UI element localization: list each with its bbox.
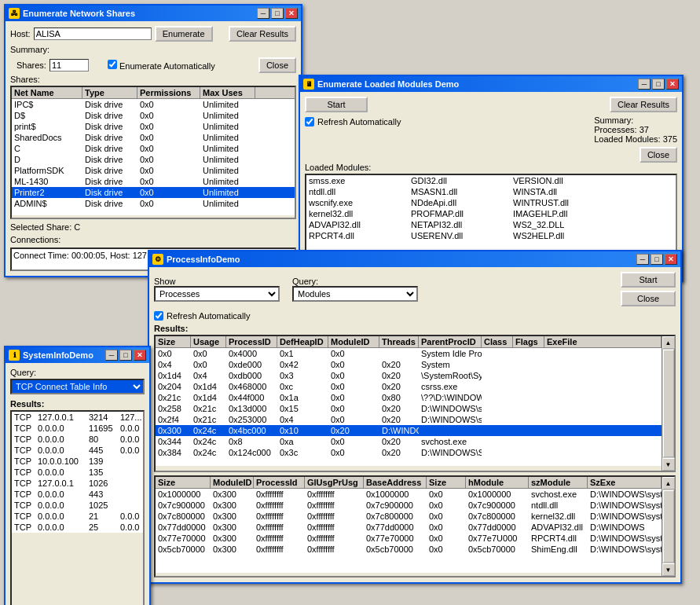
list-item[interactable]: 0x21c 0x1d4 0x44f000 0x1a 0x0 0x80 \??\D… <box>156 392 662 403</box>
list-item[interactable]: ADMIN$ Disk drive 0x0 Unlimited <box>12 198 295 209</box>
process-refresh-label: Refresh Automatically <box>167 311 250 321</box>
win-modules-maximize[interactable]: □ <box>652 79 665 90</box>
list-item[interactable]: smss.exe GDI32.dll VERSION.dll <box>306 175 676 186</box>
list-item[interactable]: ntdll.dll MSASN1.dll WINSTA.dll <box>306 186 676 197</box>
shares-table-body: IPC$ Disk drive 0x0 Unlimited D$ Disk dr… <box>12 99 295 215</box>
processes-label: Processes: <box>594 125 636 134</box>
win-process-minimize[interactable]: ─ <box>636 254 649 265</box>
list-item[interactable]: ML-1430 Disk drive 0x0 Unlimited <box>12 176 295 187</box>
win-enumerate-minimize[interactable]: ─ <box>257 8 269 19</box>
win-process-close[interactable]: ✕ <box>665 254 677 265</box>
scroll-down-btn[interactable]: ▼ <box>662 458 675 471</box>
list-item[interactable]: TCP 0.0.0.0 25 0.0.0 <box>12 522 143 533</box>
lower-scroll-down[interactable]: ▼ <box>662 563 675 576</box>
win-enumerate-maximize[interactable]: □ <box>271 8 284 19</box>
lower-scrollbar[interactable]: ▲ ▼ <box>662 477 674 576</box>
process-results-label: Results: <box>154 324 676 333</box>
list-item[interactable]: D$ Disk drive 0x0 Unlimited <box>12 110 295 121</box>
list-item[interactable]: D Disk drive 0x0 Unlimited <box>12 154 295 165</box>
win-modules-titlebar: 🖥 Enumerate Loaded Modules Demo ─ □ ✕ <box>300 76 682 92</box>
sysinfo-query-label: Query: <box>10 368 145 377</box>
enumerate-button[interactable]: Enumerate <box>155 26 213 42</box>
win-process-icon: ⚙ <box>152 254 163 265</box>
list-item[interactable]: TCP 0.0.0.0 135 <box>12 467 143 478</box>
enumerate-auto-checkbox[interactable] <box>108 60 117 69</box>
list-item[interactable]: 0x1000000 0x300 0xffffffff 0xffffffff 0x… <box>156 489 662 500</box>
col-type: Type <box>82 87 137 98</box>
list-item[interactable]: TCP 0.0.0.0 11695 0.0.0 <box>12 423 143 434</box>
list-item[interactable]: TCP 127.0.0.1 1026 <box>12 478 143 489</box>
win-sysinfo-minimize[interactable]: ─ <box>105 350 118 361</box>
processes-count: 37 <box>640 125 649 134</box>
col-netname: Net Name <box>12 87 82 98</box>
list-item[interactable]: PlatformSDK Disk drive 0x0 Unlimited <box>12 165 295 176</box>
list-item[interactable]: 0x204 0x1d4 0x468000 0xc 0x0 0x20 csrss.… <box>156 381 662 392</box>
list-item[interactable]: 0x77dd0000 0x300 0xffffffff 0xffffffff 0… <box>156 522 662 533</box>
list-item[interactable]: 0x2f4 0x21c 0x253000 0x4 0x0 0x20 D:\WIN… <box>156 414 662 425</box>
scroll-up-btn[interactable]: ▲ <box>662 336 675 349</box>
win-modules-minimize[interactable]: ─ <box>638 79 651 90</box>
win-process-maximize[interactable]: □ <box>651 254 663 265</box>
show-label: Show <box>154 277 280 286</box>
loaded-modules-header: Loaded Modules: <box>305 163 677 172</box>
win-enumerate-close[interactable]: ✕ <box>285 8 298 19</box>
list-item[interactable]: TCP 0.0.0.0 1025 <box>12 500 143 511</box>
list-item[interactable]: TCP 0.0.0.0 445 0.0.0 <box>12 445 143 456</box>
clear-results-button[interactable]: Clear Results <box>229 26 296 42</box>
list-item[interactable]: SharedDocs Disk drive 0x0 Unlimited <box>12 132 295 143</box>
list-item[interactable]: 0x1d4 0x4 0xdb000 0x3 0x0 0x20 \SystemRo… <box>156 370 662 381</box>
list-item[interactable]: TCP 0.0.0.0 443 <box>12 489 143 500</box>
query-select[interactable]: Modules <box>292 286 418 302</box>
win-sysinfo-maximize[interactable]: □ <box>119 350 132 361</box>
process-start-button[interactable]: Start <box>621 272 676 288</box>
win-sysinfo-titlebar: ℹ SystemInfoDemo ─ □ ✕ <box>5 347 149 363</box>
process-table-lower: Size ModuleID ProcessId GlUsgPrUsg BaseA… <box>154 475 676 578</box>
scroll-thumb[interactable] <box>663 350 674 457</box>
list-item[interactable]: 0x77e70000 0x300 0xffffffff 0xffffffff 0… <box>156 533 662 544</box>
list-item[interactable]: C Disk drive 0x0 Unlimited <box>12 143 295 154</box>
enumerate-close-button[interactable]: Close <box>258 57 296 73</box>
modules-start-button[interactable]: Start <box>305 97 368 112</box>
summary-label: Summary: <box>10 45 49 54</box>
process-refresh-checkbox[interactable] <box>154 311 163 321</box>
list-item[interactable]: TCP 10.0.0.100 139 <box>12 456 143 467</box>
list-item[interactable]: kernel32.dll PROFMAP.dll IMAGEHLP.dll <box>306 208 676 219</box>
list-item[interactable]: TCP 0.0.0.0 80 0.0.0 <box>12 434 143 445</box>
list-item[interactable]: print$ Disk drive 0x0 Unlimited <box>12 121 295 132</box>
lower-scroll-thumb[interactable] <box>663 490 674 563</box>
list-item[interactable]: IPC$ Disk drive 0x0 Unlimited <box>12 99 295 110</box>
col-perms: Permissions <box>137 87 200 98</box>
modules-clear-button[interactable]: Clear Results <box>610 97 677 112</box>
host-input[interactable] <box>34 28 152 40</box>
win-modules-close[interactable]: ✕ <box>666 79 679 90</box>
sysinfo-query-select[interactable]: TCP Connect Table Info <box>10 379 145 394</box>
list-item[interactable]: 0x384 0x24c 0x124c000 0x3c 0x0 0x20 D:\W… <box>156 447 662 458</box>
list-item[interactable]: 0x7c800000 0x300 0xffffffff 0xffffffff 0… <box>156 511 662 522</box>
list-item[interactable]: ADVAPI32.dll NETAPI32.dll WS2_32.DLL <box>306 219 676 230</box>
show-select[interactable]: Processes <box>154 286 280 302</box>
list-item[interactable]: 0x5cb70000 0x300 0xffffffff 0xffffffff 0… <box>156 544 662 555</box>
list-item[interactable]: TCP 127.0.0.1 3214 127... <box>12 412 143 423</box>
upper-scrollbar[interactable]: ▲ ▼ <box>662 336 674 471</box>
list-item[interactable]: 0x0 0x0 0x4000 0x1 0x0 System Idle Proce… <box>156 348 662 359</box>
list-item[interactable]: 0x344 0x24c 0x8 0xa 0x0 0x20 svchost.exe <box>156 436 662 447</box>
list-item[interactable]: 0x4 0x0 0xde000 0x42 0x0 0x20 System <box>156 359 662 370</box>
loaded-modules-count: 375 <box>663 134 677 144</box>
win-sysinfo-icon: ℹ <box>9 350 20 361</box>
sysinfo-results: TCP 127.0.0.1 3214 127... TCP 0.0.0.0 11… <box>10 410 145 605</box>
shares-table-header: Net Name Type Permissions Max Uses <box>12 87 295 99</box>
modules-close-button[interactable]: Close <box>640 147 677 163</box>
lower-scroll-up[interactable]: ▲ <box>662 477 675 490</box>
process-close-button[interactable]: Close <box>621 291 676 306</box>
list-item[interactable]: 0x7c900000 0x300 0xffffffff 0xffffffff 0… <box>156 500 662 511</box>
list-item[interactable]: TCP 0.0.0.0 21 0.0.0 <box>12 511 143 522</box>
win-sysinfo-close[interactable]: ✕ <box>134 350 146 361</box>
list-item[interactable]: 0x258 0x21c 0x13d000 0x15 0x0 0x20 D:\WI… <box>156 403 662 414</box>
shares-header: Shares: <box>10 75 296 84</box>
list-item[interactable]: RPCRT4.dll USERENV.dll WS2HELP.dll <box>306 230 676 241</box>
list-item[interactable]: wscnify.exe NDdeApi.dll WINTRUST.dll <box>306 197 676 208</box>
sysinfo-window: ℹ SystemInfoDemo ─ □ ✕ Query: TCP Connec… <box>4 346 151 605</box>
modules-refresh-checkbox[interactable] <box>305 117 314 126</box>
list-item[interactable]: Printer2 Disk drive 0x0 Unlimited <box>12 187 295 198</box>
list-item[interactable]: 0x300 0x24c 0x4bc000 0x10 0x20 D:\WINDOW… <box>156 425 662 436</box>
